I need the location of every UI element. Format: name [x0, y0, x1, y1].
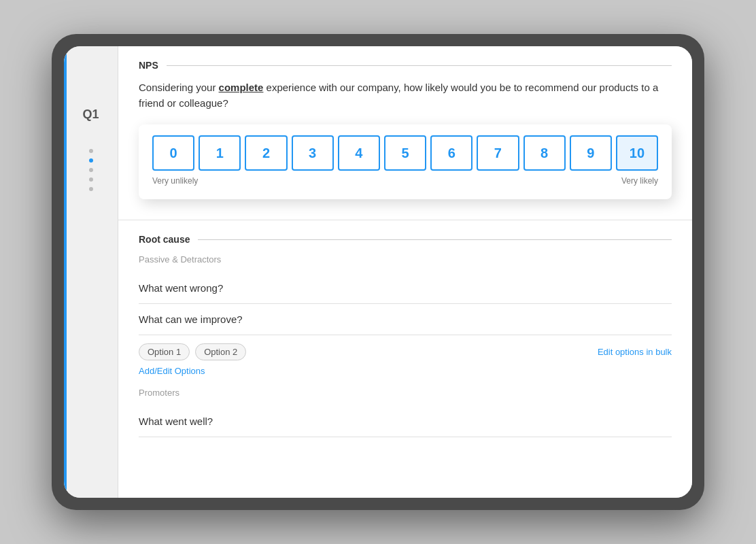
passive-detractors-label: Passive & Detractors	[139, 254, 672, 265]
nps-divider	[167, 65, 672, 66]
edit-bulk-button[interactable]: Edit options in bulk	[598, 347, 672, 357]
nps-btn-1[interactable]: 1	[199, 135, 241, 171]
nps-btn-0[interactable]: 0	[152, 135, 194, 171]
root-cause-divider	[198, 239, 672, 240]
root-cause-title: Root cause	[139, 234, 190, 245]
sidebar-dot-5	[89, 187, 93, 191]
question-label: Q1	[82, 107, 99, 122]
nps-btn-5[interactable]: 5	[384, 135, 426, 171]
question2-row: What can we improve?	[139, 304, 672, 335]
question2-text: What can we improve?	[139, 313, 243, 325]
nps-scale-labels: Very unlikely Very likely	[152, 176, 658, 186]
add-edit-options-link[interactable]: Add/Edit Options	[139, 366, 205, 376]
nps-btn-3[interactable]: 3	[292, 135, 334, 171]
sidebar-dot-2	[89, 158, 93, 163]
promoters-label: Promoters	[139, 388, 672, 398]
option-tag-2[interactable]: Option 2	[195, 343, 246, 360]
question1-row: What went wrong?	[139, 273, 672, 304]
nps-label-left: Very unlikely	[152, 176, 198, 186]
sidebar-accent-bar	[64, 46, 67, 498]
nps-scale-card: 0 1 2 3 4 5 6 7 8 9 10	[139, 124, 672, 199]
option-tag-1[interactable]: Option 1	[139, 343, 190, 360]
question1-text: What went wrong?	[139, 282, 223, 294]
nps-section: NPS Considering your complete experience…	[118, 46, 692, 220]
nps-scale-wrapper: 0 1 2 3 4 5 6 7 8 9 10	[139, 124, 672, 199]
sidebar-dot-3	[89, 168, 93, 172]
sidebar-dots	[89, 149, 93, 191]
sidebar: Q1	[64, 46, 118, 498]
sidebar-dot-4	[89, 177, 93, 182]
root-cause-header: Root cause	[139, 234, 672, 245]
nps-btn-7[interactable]: 7	[477, 135, 519, 171]
nps-btn-8[interactable]: 8	[523, 135, 566, 171]
main-content: NPS Considering your complete experience…	[118, 46, 692, 498]
nps-btn-4[interactable]: 4	[338, 135, 380, 171]
nps-btn-6[interactable]: 6	[430, 135, 472, 171]
question-prefix: Considering your	[139, 82, 219, 93]
question-bold: complete	[219, 82, 264, 93]
question3-text: What went well?	[139, 415, 213, 427]
tablet-device: Q1 NPS Considering your complete experie…	[52, 34, 704, 510]
nps-label-right: Very likely	[621, 176, 658, 186]
nps-numbers-row: 0 1 2 3 4 5 6 7 8 9 10	[152, 135, 658, 171]
sidebar-dot-1	[89, 149, 93, 153]
nps-btn-2[interactable]: 2	[245, 135, 287, 171]
options-row: Option 1 Option 2 Edit options in bulk	[139, 343, 672, 360]
tablet-screen: Q1 NPS Considering your complete experie…	[64, 46, 692, 498]
nps-btn-10[interactable]: 10	[616, 135, 658, 171]
question3-row: What went well?	[139, 406, 672, 437]
nps-title: NPS	[139, 60, 158, 71]
root-cause-section: Root cause Passive & Detractors What wen…	[118, 220, 692, 451]
nps-section-header: NPS	[139, 60, 672, 71]
nps-question-text: Considering your complete experience wit…	[139, 80, 672, 111]
nps-btn-9[interactable]: 9	[570, 135, 612, 171]
